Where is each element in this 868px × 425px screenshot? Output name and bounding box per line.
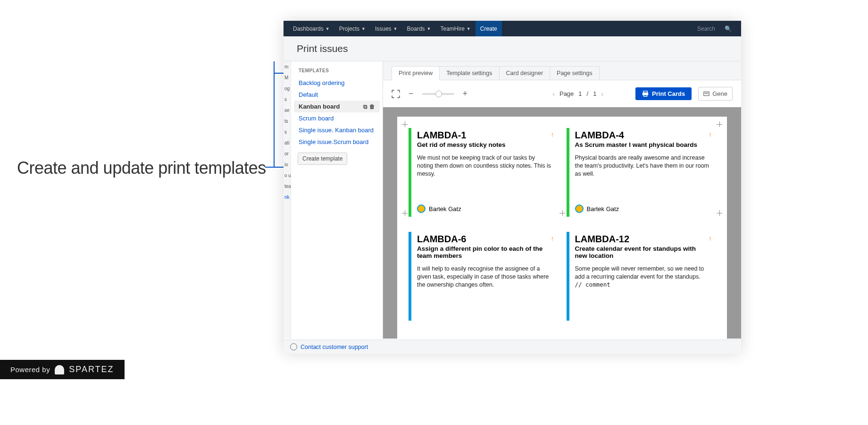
tab-template-settings[interactable]: Template settings bbox=[439, 66, 499, 80]
nav-issues[interactable]: Issues▼ bbox=[370, 21, 402, 36]
svg-rect-2 bbox=[644, 94, 647, 96]
delete-icon[interactable]: 🗑 bbox=[369, 103, 375, 110]
card-assignee: Bartek Gatz bbox=[575, 204, 619, 213]
template-item-default[interactable]: Default bbox=[291, 89, 383, 101]
template-label: Single issue. Kanban board bbox=[299, 127, 374, 134]
printer-icon bbox=[642, 91, 649, 97]
cropmark-icon bbox=[717, 121, 722, 127]
left-sidebar-peek: mMog ssets satior ioo utea nk bbox=[284, 61, 291, 339]
priority-up-icon: ↑ bbox=[709, 235, 712, 242]
card-key: LAMBDA-6 bbox=[417, 234, 552, 245]
cropmark-icon bbox=[402, 121, 408, 127]
template-item-backlog[interactable]: Backlog ordering bbox=[291, 77, 383, 89]
preview-toolbar: − + ‹ Page 1 / 1 › Print Cards bbox=[383, 80, 741, 107]
zoom-slider[interactable] bbox=[422, 93, 454, 95]
tab-print-preview[interactable]: Print preview bbox=[392, 66, 440, 80]
pager-current: 1 bbox=[578, 90, 582, 97]
priority-up-icon: ↑ bbox=[551, 131, 554, 138]
copy-icon[interactable]: ⧉ bbox=[363, 103, 367, 110]
caret-down-icon: ▼ bbox=[326, 26, 330, 31]
issue-card: ↑ LAMBDA-6 Assign a different pin color … bbox=[409, 232, 558, 321]
nav-dashboards[interactable]: Dashboards▼ bbox=[288, 21, 334, 36]
pager-label: Page bbox=[559, 90, 574, 97]
priority-up-icon: ↑ bbox=[551, 235, 554, 242]
search-placeholder: Search bbox=[697, 26, 715, 32]
templates-heading: TEMPLATES bbox=[291, 67, 383, 77]
template-label: Default bbox=[299, 91, 318, 98]
caret-down-icon: ▼ bbox=[427, 26, 431, 31]
pager-sep: / bbox=[587, 90, 589, 97]
cropmark-icon bbox=[717, 210, 722, 216]
card-key: LAMBDA-1 bbox=[417, 130, 552, 141]
pager-total: 1 bbox=[593, 90, 596, 97]
card-description: It will help to easily recognise the ass… bbox=[417, 265, 552, 289]
card-key: LAMBDA-12 bbox=[575, 234, 710, 245]
fullscreen-icon[interactable] bbox=[392, 90, 400, 98]
template-item-kanban[interactable]: Kanban board ⧉🗑 bbox=[294, 101, 380, 112]
card-title: Get rid of messy sticky notes bbox=[417, 141, 552, 148]
assignee-name: Bartek Gatz bbox=[587, 205, 619, 212]
zoom-out-button[interactable]: − bbox=[407, 89, 416, 99]
template-label: Kanban board bbox=[299, 103, 340, 110]
card-code: // comment bbox=[575, 281, 610, 288]
card-description: We must not be keeping track of our task… bbox=[417, 154, 552, 178]
nav-search[interactable]: Search🔍 bbox=[697, 26, 736, 32]
footer-bar: Contact customer support bbox=[284, 340, 741, 354]
template-item-single-kanban[interactable]: Single issue. Kanban board bbox=[291, 124, 383, 136]
powered-by-badge: Powered by SPARTEZ bbox=[0, 360, 125, 379]
cropmark-icon bbox=[559, 210, 565, 216]
print-cards-button[interactable]: Print Cards bbox=[635, 87, 692, 100]
powered-pre: Powered by bbox=[10, 366, 50, 374]
smile-icon bbox=[290, 343, 297, 350]
template-item-single-scrum[interactable]: Single issue.Scrum board bbox=[291, 136, 383, 148]
assignee-name: Bartek Gatz bbox=[429, 205, 461, 212]
templates-panel: TEMPLATES Backlog ordering Default Kanba… bbox=[291, 61, 383, 339]
nav-teamhire[interactable]: TeamHire▼ bbox=[435, 21, 475, 36]
nav-label: Issues bbox=[375, 26, 392, 32]
card-title: As Scrum master I want physical boards bbox=[575, 141, 710, 148]
top-nav: Dashboards▼ Projects▼ Issues▼ Boards▼ Te… bbox=[284, 21, 741, 36]
zoom-in-button[interactable]: + bbox=[461, 89, 470, 99]
pager-prev-icon[interactable]: ‹ bbox=[552, 90, 555, 98]
priority-up-icon: ↑ bbox=[709, 131, 712, 138]
generate-button[interactable]: Gene bbox=[698, 87, 733, 101]
card-key: LAMBDA-4 bbox=[575, 130, 710, 141]
card-assignee: Bartek Gatz bbox=[417, 204, 461, 213]
nav-label: Projects bbox=[339, 26, 359, 32]
tabs: Print preview Template settings Card des… bbox=[383, 61, 741, 80]
annotation-create-update-templates: Create and update print templates bbox=[17, 158, 266, 178]
card-title: Create calendar event for standups with … bbox=[575, 245, 710, 259]
tab-card-designer[interactable]: Card designer bbox=[499, 66, 551, 80]
card-description: Some people will never remember, so we n… bbox=[575, 265, 710, 289]
tab-page-settings[interactable]: Page settings bbox=[550, 66, 600, 80]
create-template-button[interactable]: Create template bbox=[298, 153, 347, 165]
print-label: Print Cards bbox=[652, 90, 685, 97]
template-label: Scrum board bbox=[299, 115, 334, 122]
caret-down-icon: ▼ bbox=[393, 26, 398, 31]
connector-line bbox=[274, 61, 275, 168]
nav-projects[interactable]: Projects▼ bbox=[334, 21, 370, 36]
brand-name: SPARTEZ bbox=[69, 365, 114, 374]
print-page: ↑ LAMBDA-1 Get rid of messy sticky notes… bbox=[397, 117, 727, 339]
template-label: Single issue.Scrum board bbox=[299, 138, 368, 145]
page-title: Print issues bbox=[284, 36, 741, 61]
nav-create-button[interactable]: Create bbox=[476, 21, 502, 36]
svg-rect-0 bbox=[643, 91, 648, 93]
preview-canvas: ↑ LAMBDA-1 Get rid of messy sticky notes… bbox=[383, 107, 741, 339]
template-label: Backlog ordering bbox=[299, 79, 345, 86]
contact-support-link[interactable]: Contact customer support bbox=[300, 344, 368, 350]
nav-boards[interactable]: Boards▼ bbox=[402, 21, 436, 36]
generate-icon bbox=[703, 91, 709, 97]
issue-card: ↑ LAMBDA-12 Create calendar event for st… bbox=[567, 232, 716, 321]
pager: ‹ Page 1 / 1 › bbox=[552, 90, 603, 98]
pager-next-icon[interactable]: › bbox=[601, 90, 603, 98]
issue-card: ↑ LAMBDA-4 As Scrum master I want physic… bbox=[567, 128, 716, 217]
nav-label: Boards bbox=[407, 26, 425, 32]
card-description: Physical boards are really awesome and i… bbox=[575, 154, 710, 178]
cropmark-icon bbox=[402, 210, 408, 216]
search-icon: 🔍 bbox=[725, 26, 732, 32]
template-item-scrum[interactable]: Scrum board bbox=[291, 112, 383, 124]
avatar-icon bbox=[417, 204, 426, 213]
card-title: Assign a different pin color to each of … bbox=[417, 245, 552, 259]
avatar-icon bbox=[575, 204, 584, 213]
